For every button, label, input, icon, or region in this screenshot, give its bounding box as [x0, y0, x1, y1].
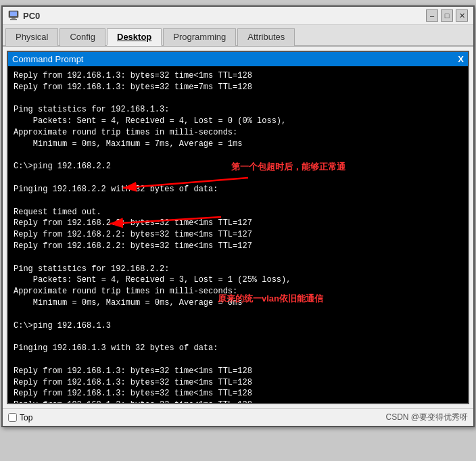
cmd-line: Reply from 192.168.1.3: bytes=32 time<1m…: [14, 399, 462, 403]
top-checkbox-area: Top: [8, 413, 32, 422]
svg-rect-1: [10, 11, 17, 16]
cmd-line: [14, 150, 462, 162]
cmd-line: Minimum = 0ms, Maximum = 0ms, Average = …: [14, 297, 462, 309]
cmd-line: [14, 331, 462, 343]
cmd-line: Reply from 192.168.1.3: bytes=32 time<1m…: [14, 70, 462, 82]
tab-physical[interactable]: Physical: [5, 28, 58, 46]
cmd-window: Command Prompt X Reply from 192.168.1.3:…: [7, 51, 469, 404]
cmd-line: [14, 195, 462, 207]
cmd-line: Reply from 192.168.1.3: bytes=32 time=7m…: [14, 82, 462, 93]
tab-config[interactable]: Config: [60, 28, 105, 46]
cmd-line: Reply from 192.168.2.2: bytes=32 time<1m…: [14, 241, 462, 252]
cmd-line: C:\>ping 192.168.2.2: [14, 161, 462, 172]
cmd-line: Reply from 192.168.1.3: bytes=32 time<1m…: [14, 377, 462, 389]
cmd-line: Packets: Sent = 4, Received = 4, Lost = …: [14, 116, 462, 127]
cmd-line: Request timed out.: [14, 207, 462, 218]
cmd-line: Reply from 192.168.1.3: bytes=32 time<1m…: [14, 366, 462, 377]
cmd-body[interactable]: Reply from 192.168.1.3: bytes=32 time<1m…: [8, 66, 468, 403]
cmd-line: [14, 172, 462, 184]
minimize-button[interactable]: –: [426, 9, 438, 22]
cmd-body-wrapper: Reply from 192.168.1.3: bytes=32 time<1m…: [8, 66, 468, 403]
svg-rect-3: [10, 19, 17, 20]
cmd-line: Reply from 192.168.1.3: bytes=32 time<1m…: [14, 388, 462, 399]
cmd-line: Ping statistics for 192.168.2.2:: [14, 264, 462, 275]
pc-icon: [8, 10, 19, 21]
main-window: PC0 – □ ✕ Physical Config Desktop Progra…: [1, 5, 475, 427]
cmd-line: C:\>ping 192.168.1.3: [14, 320, 462, 332]
title-bar-controls[interactable]: – □ ✕: [426, 9, 468, 22]
tab-attributes[interactable]: Attributes: [237, 28, 295, 46]
cmd-line: Minimum = 0ms, Maximum = 7ms, Average = …: [14, 139, 462, 150]
cmd-line: Reply from 192.168.2.2: bytes=32 time<1m…: [14, 218, 462, 229]
cmd-line: [14, 93, 462, 105]
top-label: Top: [20, 413, 32, 422]
cmd-line: Ping statistics for 192.168.1.3:: [14, 104, 462, 116]
top-checkbox[interactable]: [8, 413, 17, 422]
title-bar: PC0 – □ ✕: [3, 7, 473, 25]
cmd-line: Approximate round trip times in milli-se…: [14, 286, 462, 297]
cmd-line: [14, 309, 462, 320]
title-bar-left: PC0: [8, 10, 40, 21]
cmd-line: Reply from 192.168.2.2: bytes=32 time<1m…: [14, 229, 462, 241]
tab-desktop[interactable]: Desktop: [107, 28, 162, 46]
cmd-line: [14, 354, 462, 366]
bottom-bar: Top CSDN @要变得优秀呀: [3, 408, 473, 426]
cmd-line: Packets: Sent = 4, Received = 3, Lost = …: [14, 274, 462, 286]
cmd-title-bar: Command Prompt X: [8, 52, 468, 66]
content-area: Command Prompt X Reply from 192.168.1.3:…: [3, 47, 473, 408]
cmd-line: Pinging 192.168.1.3 with 32 bytes of dat…: [14, 343, 462, 354]
maximize-button[interactable]: □: [441, 9, 453, 22]
cmd-title-text: Command Prompt: [12, 54, 83, 64]
tab-programming[interactable]: Programming: [163, 28, 236, 46]
cmd-line: Pinging 192.168.2.2 with 32 bytes of dat…: [14, 184, 462, 195]
close-button[interactable]: ✕: [456, 9, 468, 22]
cmd-close-button[interactable]: X: [458, 54, 464, 64]
tab-bar: Physical Config Desktop Programming Attr…: [3, 25, 473, 47]
svg-rect-2: [11, 18, 16, 19]
cmd-line: [14, 252, 462, 264]
window-title: PC0: [23, 11, 40, 21]
cmd-line: Approximate round trip times in milli-se…: [14, 127, 462, 139]
watermark: CSDN @要变得优秀呀: [385, 412, 468, 423]
